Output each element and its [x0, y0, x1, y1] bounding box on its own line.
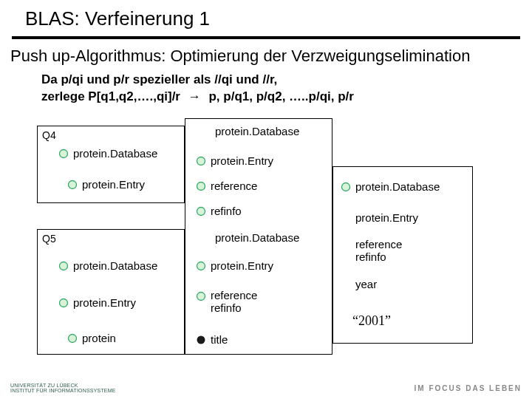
svg-point-10	[197, 335, 205, 344]
desc-line-2a: zerlege P[q1,q2,….,qi]/r	[41, 89, 180, 103]
svg-point-6	[197, 182, 205, 190]
q4-box: Q4 protein.Database protein.Entry	[37, 126, 185, 203]
right-0-text: protein.Database	[355, 180, 440, 193]
mid-bot-1: protein.Entry	[196, 259, 273, 272]
mid-top-2: reference	[196, 180, 257, 192]
q4-label: Q4	[42, 129, 56, 141]
open-circle-icon	[196, 206, 206, 216]
svg-point-9	[197, 293, 205, 301]
open-circle-icon	[196, 156, 206, 166]
university-block: UNIVERSITÄT ZU LÜBECK INSTITUT FÜR INFOR…	[10, 383, 116, 394]
desc-line-1: Da p/qi und p/r spezieller als //qi und …	[41, 72, 277, 86]
footer: UNIVERSITÄT ZU LÜBECK INSTITUT FÜR INFOR…	[0, 377, 532, 399]
open-circle-icon	[196, 261, 206, 271]
arrow-icon: →	[184, 89, 205, 103]
q4-item-1-text: protein.Entry	[82, 178, 145, 191]
mid-bot-2: reference refinfo	[196, 289, 257, 314]
mid-bot-2-text: reference refinfo	[211, 289, 257, 314]
open-circle-icon	[58, 298, 69, 308]
mid-bot-3-text: title	[211, 333, 228, 346]
right-1: protein.Entry	[341, 211, 418, 224]
q5-box: Q5 protein.Database protein.Entry protei…	[37, 229, 185, 355]
mid-top-2-text: reference	[211, 180, 257, 192]
mid-top-3: refinfo	[196, 205, 242, 217]
filled-circle-icon	[196, 335, 206, 345]
q5-item-0-text: protein.Database	[73, 259, 157, 272]
q5-item-0: protein.Database	[58, 259, 157, 272]
mid-top-1-text: protein.Entry	[211, 154, 273, 167]
q5-item-1-text: protein.Entry	[73, 296, 136, 309]
mid-bot-0: protein.Database	[200, 231, 299, 244]
subtitle: Push up-Algorithmus: Optimierung der Ver…	[0, 39, 532, 66]
mid-top-0-text: protein.Database	[215, 125, 299, 137]
open-circle-icon	[341, 182, 351, 192]
desc-line-2b: p, p/q1, p/q2, …..p/qi, p/r	[208, 89, 353, 103]
svg-point-2	[60, 262, 68, 270]
open-circle-icon	[67, 180, 78, 190]
q5-item-2: protein	[67, 332, 116, 344]
uni-line-1: UNIVERSITÄT ZU LÜBECK	[10, 383, 78, 388]
footer-tagline: IM FOCUS DAS LEBEN	[415, 384, 522, 392]
right-0: protein.Database	[341, 180, 440, 193]
mid-top-0: protein.Database	[200, 125, 299, 137]
right-1-text: protein.Entry	[355, 211, 418, 224]
svg-point-8	[197, 262, 205, 270]
mid-top-1: protein.Entry	[196, 154, 273, 167]
svg-point-7	[197, 207, 205, 215]
svg-point-4	[69, 334, 77, 342]
svg-point-11	[342, 183, 350, 191]
description: Da p/qi und p/r spezieller als //qi und …	[0, 66, 532, 110]
q5-item-1: protein.Entry	[58, 296, 136, 309]
mid-bot-3: title	[196, 333, 228, 346]
year-value: “2001”	[352, 313, 391, 329]
open-circle-icon	[196, 181, 206, 191]
right-year: “2001”	[352, 313, 391, 329]
mid-bot-1-text: protein.Entry	[211, 259, 273, 272]
right-2-text: reference refinfo	[355, 238, 402, 263]
right-3: year	[341, 278, 377, 290]
open-circle-icon	[67, 333, 78, 344]
slide-title: BLAS: Verfeinerung 1	[0, 0, 532, 35]
mid-bot-0-text: protein.Database	[215, 231, 299, 244]
q4-item-1: protein.Entry	[67, 178, 145, 191]
right-3-text: year	[355, 278, 377, 290]
open-circle-icon	[58, 261, 69, 271]
mid-top-3-text: refinfo	[211, 205, 242, 217]
right-box: protein.Database protein.Entry reference…	[332, 166, 473, 344]
q5-label: Q5	[42, 233, 56, 245]
q4-item-0-text: protein.Database	[73, 147, 157, 160]
svg-point-1	[69, 180, 77, 188]
svg-point-3	[60, 299, 68, 307]
svg-point-0	[60, 149, 68, 157]
q4-item-0: protein.Database	[58, 147, 157, 160]
svg-point-5	[197, 157, 205, 165]
open-circle-icon	[196, 291, 206, 301]
q5-item-2-text: protein	[82, 332, 116, 344]
uni-line-2: INSTITUT FÜR INFORMATIONSSYSTEME	[10, 388, 116, 393]
middle-box: protein.Database protein.Entry reference…	[185, 118, 332, 355]
open-circle-icon	[58, 149, 69, 159]
right-2: reference refinfo	[341, 238, 402, 263]
